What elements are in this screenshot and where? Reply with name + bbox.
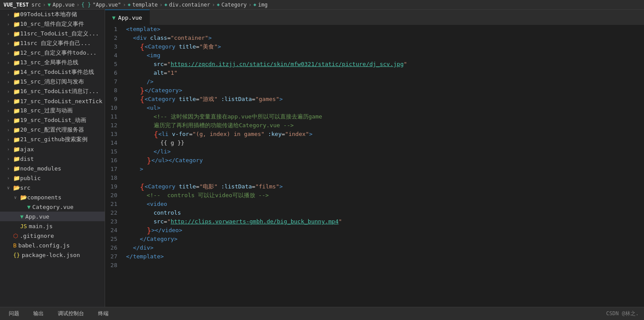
code-line: 12 遍历完了再利用插槽的功能传递给Category.vue --> xyxy=(105,121,644,130)
sidebar-item-babel[interactable]: B babel.config.js xyxy=(0,240,105,250)
arrow-icon: › xyxy=(7,70,11,75)
sidebar-item-17src[interactable]: › 📁 17_src_TodoList_nextTick xyxy=(0,96,105,106)
sidebar-item-main-js[interactable]: JS main.js xyxy=(0,221,105,231)
code-line: 19 {<Category title="电影" :listData="film… xyxy=(105,182,644,191)
code-line: 6 alt="1" xyxy=(105,69,644,77)
breadcrumb-divcontainer: div.container xyxy=(169,2,210,8)
sidebar-label: ajax xyxy=(20,146,34,153)
sidebar-item-21src[interactable]: › 📁 21_src_github搜索案例 xyxy=(0,135,105,144)
sidebar-label: main.js xyxy=(29,223,53,230)
vue-icon: ▼ xyxy=(20,213,24,220)
code-line: 22 controls xyxy=(105,209,644,217)
sidebar-label: 11src 自定义事件自己... xyxy=(20,39,91,47)
sidebar-label: 20_src_配置代理服务器 xyxy=(20,126,84,134)
arrow-icon: › xyxy=(7,118,11,123)
sidebar-item-19src[interactable]: › 📁 19_src_TodoList_动画 xyxy=(0,115,105,125)
code-line: 4 <img xyxy=(105,51,644,60)
sidebar-item-components[interactable]: ∨ 📂 components xyxy=(0,192,105,202)
breadcrumb-braces-icon: { } xyxy=(81,2,91,8)
arrow-icon: › xyxy=(7,51,11,56)
sidebar-label: 12_src_自定义事件todo... xyxy=(20,49,97,57)
code-container: 1 <template> 2 <div class="container"> 3… xyxy=(105,25,644,270)
folder-icon: 📁 xyxy=(13,88,20,95)
sidebar-item-ajax[interactable]: › 📁 ajax xyxy=(0,144,105,154)
sidebar-item-gitignore[interactable]: ⬡ .gitignore xyxy=(0,231,105,240)
tab-output[interactable]: 输出 xyxy=(30,308,47,319)
code-line: 17 > xyxy=(105,165,644,174)
breadcrumb-divcontainer-icon: ◈ xyxy=(164,2,167,7)
sidebar-label: 09TodoList本地存储 xyxy=(20,10,77,18)
arrow-icon: › xyxy=(7,89,11,94)
sidebar-item-11src[interactable]: › 📁 11src_TodoList_自定义... xyxy=(0,29,105,38)
breadcrumb-img-icon: ◈ xyxy=(253,2,257,7)
sidebar-item-14src[interactable]: › 📁 14_src_TodoList事件总线 xyxy=(0,67,105,77)
sidebar-item-src[interactable]: ∨ 📂 src xyxy=(0,183,105,192)
sidebar-item-app-vue[interactable]: ▼ App.vue xyxy=(0,212,105,221)
code-editor[interactable]: 1 <template> 2 <div class="container"> 3… xyxy=(105,25,644,307)
code-line: 27 </template> xyxy=(105,252,644,261)
sidebar-label: components xyxy=(27,194,61,201)
tab-label: App.vue xyxy=(118,14,142,21)
code-line: 15 </li> xyxy=(105,147,644,156)
arrow-icon: › xyxy=(7,157,11,161)
editor-tabs: ▼ App.vue xyxy=(105,10,644,25)
folder-icon: 📁 xyxy=(13,98,20,104)
sidebar-item-16src[interactable]: › 📁 16_src_TodoList消息订... xyxy=(0,87,105,96)
code-line: 11 <!-- 这时候因为变量直接在app.vue中所以可以直接去遍历game xyxy=(105,112,644,121)
sidebar-label: babel.config.js xyxy=(18,242,70,249)
sidebar-label: Category.vue xyxy=(32,204,74,210)
breadcrumb-appvue: App.vue xyxy=(53,2,75,8)
sidebar-item-10src[interactable]: › 📁 10_src_组件自定义事件 xyxy=(0,19,105,29)
breadcrumb-template: template xyxy=(132,2,158,8)
folder-open-icon: 📂 xyxy=(13,184,20,191)
sidebar-label: dist xyxy=(20,156,34,162)
code-line: 8 }</Category> xyxy=(105,86,644,95)
tab-terminal[interactable]: 终端 xyxy=(95,308,112,319)
arrow-icon: › xyxy=(7,12,11,17)
folder-icon: 📁 xyxy=(13,40,20,47)
folder-icon: 📁 xyxy=(13,127,20,133)
sidebar-item-18src[interactable]: › 📁 18_src_过度与动画 xyxy=(0,106,105,115)
arrow-down-icon: ∨ xyxy=(7,185,11,190)
sidebar-item-20src[interactable]: › 📁 20_src_配置代理服务器 xyxy=(0,125,105,135)
sidebar-item-15src[interactable]: › 📁 15_src_消息订阅与发布 xyxy=(0,77,105,87)
arrow-icon: › xyxy=(7,80,11,84)
sidebar-item-12src[interactable]: › 📁 12_src_自定义事件todo... xyxy=(0,48,105,58)
arrow-icon: › xyxy=(7,166,11,171)
arrow-icon: › xyxy=(7,41,11,46)
code-line: 25 </Category> xyxy=(105,235,644,243)
folder-icon: 📁 xyxy=(13,11,20,18)
breadcrumb: src › ▼ App.vue › { } "App.vue" › ◈ temp… xyxy=(32,2,640,8)
sidebar-label: node_modules xyxy=(20,165,61,172)
code-line: 2 <div class="container"> xyxy=(105,34,644,42)
sidebar-item-category-vue[interactable]: ▼ Category.vue xyxy=(0,202,105,212)
app-title: VUE_TEST xyxy=(4,2,29,8)
breadcrumb-appvue2: "App.vue" xyxy=(92,2,121,8)
code-line: 20 <!-- controls 可以让video可以播放 --> xyxy=(105,191,644,200)
tab-appvue[interactable]: ▼ App.vue xyxy=(105,10,150,25)
breadcrumb-category: Category xyxy=(222,2,247,8)
spacer xyxy=(7,243,11,248)
sidebar-label: public xyxy=(20,175,41,181)
sidebar-item-public[interactable]: › 📁 public xyxy=(0,173,105,183)
arrow-icon: › xyxy=(7,176,11,181)
sidebar-item-package-lock[interactable]: {} package-lock.json xyxy=(0,250,105,260)
json-icon: {} xyxy=(13,252,20,258)
code-line: 16 }</ul></Category xyxy=(105,156,644,165)
code-line: 3 {<Category title="美食"> xyxy=(105,42,644,51)
babel-icon: B xyxy=(13,242,17,249)
sidebar-label: 14_src_TodoList事件总线 xyxy=(20,68,94,76)
tab-problems[interactable]: 问题 xyxy=(5,308,23,319)
sidebar-item-09todo[interactable]: › 📁 09TodoList本地存储 xyxy=(0,10,105,19)
sidebar-item-node-modules[interactable]: › 📁 node_modules xyxy=(0,163,105,173)
sidebar[interactable]: › 📁 09TodoList本地存储 › 📁 10_src_组件自定义事件 › … xyxy=(0,10,105,307)
folder-icon: 📁 xyxy=(13,59,20,66)
sidebar-item-13src[interactable]: › 📁 13_src_全局事件总线 xyxy=(0,58,105,67)
tab-debug-console[interactable]: 调试控制台 xyxy=(54,308,88,319)
js-icon: JS xyxy=(20,223,27,230)
sidebar-item-11src2[interactable]: › 📁 11src 自定义事件自己... xyxy=(0,38,105,48)
sidebar-label: package-lock.json xyxy=(22,252,80,258)
sidebar-item-dist[interactable]: › 📁 dist xyxy=(0,154,105,163)
sidebar-label: 10_src_组件自定义事件 xyxy=(20,20,84,28)
folder-icon: 📁 xyxy=(13,156,20,162)
